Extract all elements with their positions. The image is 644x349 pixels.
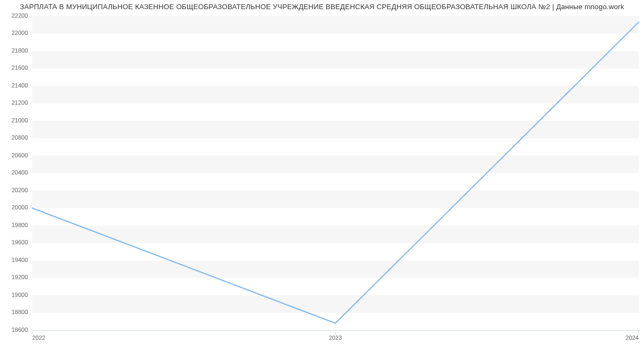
y-tick-label: 22200 (11, 12, 28, 19)
chart-title: ЗАРПЛАТА В МУНИЦИПАЛЬНОЕ КАЗЕННОЕ ОБЩЕОБ… (0, 3, 644, 11)
y-tick-label: 21800 (11, 47, 28, 54)
y-tick-label: 21000 (11, 117, 28, 123)
y-tick-label: 19600 (11, 239, 28, 245)
chart-svg: 1860018800190001920019400196001980020000… (32, 16, 639, 346)
y-tick-label: 18800 (11, 309, 28, 315)
y-tick-label: 21400 (11, 82, 28, 89)
y-tick-label: 19200 (11, 274, 28, 280)
chart-container: ЗАРПЛАТА В МУНИЦИПАЛЬНОЕ КАЗЕННОЕ ОБЩЕОБ… (0, 0, 644, 349)
y-tick-label: 19800 (11, 222, 28, 228)
grid-band (32, 121, 639, 139)
grid-band (32, 156, 639, 173)
grid-band (32, 295, 639, 313)
chart-plot-area: 1860018800190001920019400196001980020000… (32, 16, 639, 330)
y-tick-label: 20200 (11, 187, 28, 193)
y-tick-label: 20000 (11, 204, 28, 210)
y-tick-label: 21600 (11, 64, 28, 71)
grid-band (32, 260, 639, 278)
y-tick-label: 20600 (11, 152, 28, 158)
y-tick-label: 21200 (11, 99, 28, 106)
grid-band (32, 226, 639, 243)
x-tick-label: 2023 (329, 335, 342, 341)
y-tick-label: 19400 (11, 257, 28, 263)
grid-band (32, 51, 639, 69)
y-tick-label: 19000 (11, 292, 28, 298)
y-tick-label: 18600 (11, 326, 28, 333)
x-tick-label: 2022 (32, 335, 45, 341)
y-tick-label: 20800 (11, 134, 28, 141)
y-tick-label: 20400 (11, 169, 28, 176)
grid-band (32, 86, 639, 104)
grid-band (32, 16, 639, 34)
grid-band (32, 191, 639, 208)
x-tick-label: 2024 (626, 335, 639, 341)
y-tick-label: 22000 (11, 30, 28, 36)
